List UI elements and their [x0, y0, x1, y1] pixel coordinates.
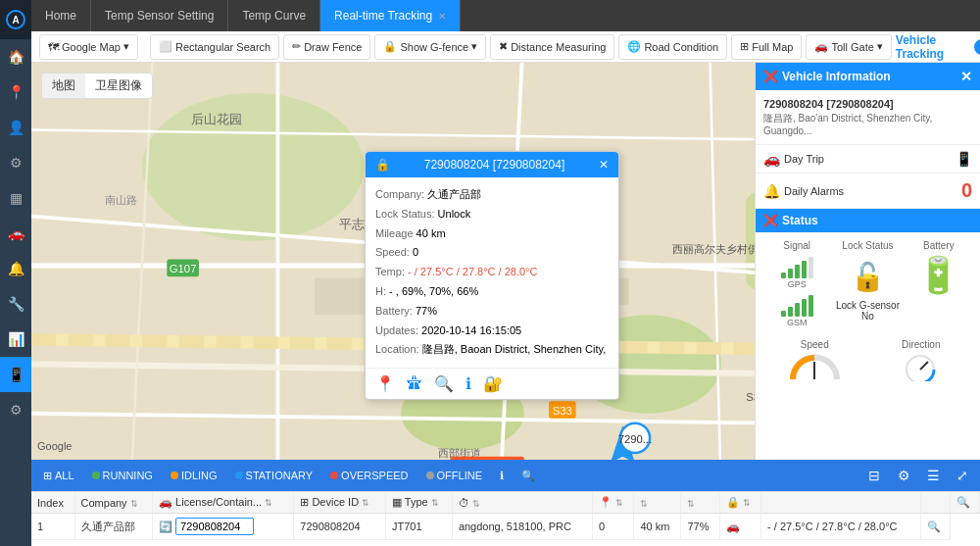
popup-lock-icon: 🔒 [375, 158, 390, 172]
popup-speed: 0 [413, 246, 418, 258]
cell-actions: 🔍 [920, 514, 950, 540]
alarm-count: 0 [961, 179, 972, 202]
expand-icon[interactable]: ⤢ [949, 462, 976, 489]
road-condition-button[interactable]: 🌐 Road Condition [618, 34, 727, 60]
sidebar-mobile-icon[interactable]: 📱 [0, 357, 31, 392]
filter-running-label: RUNNING [103, 470, 153, 481]
table-view-icon[interactable]: ⊟ [860, 462, 888, 489]
popup-close-icon[interactable]: ✕ [599, 158, 609, 172]
popup-actions: 📍 🛣 🔍 ℹ 🔐 [366, 368, 618, 399]
vehicle-info-close-icon[interactable]: ✕ [960, 69, 972, 84]
svg-rect-18 [315, 277, 364, 315]
bar-3 [795, 265, 800, 278]
gsm-bar-4 [802, 299, 807, 317]
col-battery: 🔒 ⇅ [719, 492, 761, 514]
bottom-filter-bar: ⊞ ALL RUNNING IDLING STATIONARY OVERSPEE… [31, 460, 980, 491]
draw-fence-button[interactable]: ✏ Draw Fence [283, 34, 370, 60]
google-map-button[interactable]: 🗺 Google Map ▾ [39, 34, 138, 60]
road-condition-icon: 🌐 [627, 40, 641, 53]
col-type: ▦ Type ⇅ [385, 492, 452, 514]
vehicle-info-title: Vehicle Information [782, 70, 891, 83]
sidebar-layers-icon[interactable]: ▦ [0, 180, 31, 216]
col-col7: ⇅ [634, 492, 681, 514]
overspeed-dot [330, 472, 338, 479]
show-gfence-button[interactable]: 🔒 Show G-fence ▾ [374, 34, 486, 60]
filter-overspeed-button[interactable]: OVERSPEED [322, 463, 416, 488]
distance-icon: ✖ [499, 40, 508, 53]
popup-lock-action-icon[interactable]: 🔐 [483, 374, 503, 393]
col-index: Index [31, 492, 74, 514]
lock-status-label: Lock Status: [375, 208, 435, 220]
filter-offline-label: OFFLINE [437, 470, 482, 481]
top-tabs: Home Temp Sensor Setting Temp Curve Real… [31, 0, 980, 31]
svg-text:S33: S33 [553, 405, 572, 417]
battery-icon: 🔋 [916, 255, 960, 296]
col-location: ⏱ ⇅ [452, 492, 592, 514]
filter-offline-button[interactable]: OFFLINE [418, 463, 490, 488]
col-device-id: ⊞ Device ID ⇅ [294, 492, 386, 514]
popup-route-icon[interactable]: 🛣 [407, 374, 422, 393]
cell-company: 久通产品部 [74, 514, 152, 540]
full-map-button[interactable]: ⊞ Full Map [731, 34, 802, 60]
sidebar-location-icon[interactable]: 📍 [0, 74, 31, 110]
filter-search-icon[interactable]: 🔍 [514, 463, 543, 488]
google-watermark: Google [37, 440, 72, 452]
car-trip-icon: 🚗 [763, 151, 780, 167]
filter-running-button[interactable]: RUNNING [84, 463, 161, 488]
tab-close-icon[interactable]: ✕ [438, 11, 446, 22]
tab-temp-curve[interactable]: Temp Curve [228, 0, 320, 31]
sidebar-tools-icon[interactable]: 🔧 [0, 286, 31, 322]
vehicle-address: 隆昌路, Bao'an District, Shenzhen City, Gua… [763, 112, 972, 136]
col-actions: 🔍 [950, 492, 979, 514]
settings-bottom-icon[interactable]: ⚙ [890, 462, 917, 489]
filter-info-icon[interactable]: ℹ [492, 463, 512, 488]
filter-idling-button[interactable]: IDLING [163, 463, 225, 488]
sidebar-car-icon[interactable]: 🚗 [0, 216, 31, 251]
map-view-map-button[interactable]: 地图 [42, 74, 85, 98]
sidebar-settings-icon[interactable]: ⚙ [0, 145, 31, 180]
map-view-satellite-button[interactable]: 卫星图像 [85, 74, 152, 98]
vehicle-tracking-toggle[interactable] [974, 39, 981, 55]
cell-mileage: 40 km [634, 514, 681, 540]
vehicle-id: 7290808204 [7290808204] [763, 98, 972, 110]
tab-realtime-tracking[interactable]: Real-time Tracking ✕ [320, 0, 461, 31]
signal-item: Signal GPS GSM [763, 240, 830, 327]
vehicle-popup: 🔒 7290808204 [7290808204] ✕ Company: 久通产… [365, 151, 619, 400]
sidebar-person-icon[interactable]: 👤 [0, 110, 31, 145]
license-input[interactable] [175, 518, 254, 535]
info-icon: ❌ [763, 70, 778, 83]
bar-1 [781, 273, 786, 278]
popup-search-icon[interactable]: 🔍 [434, 374, 454, 393]
sidebar-home-icon[interactable]: 🏠 [0, 39, 31, 74]
sidebar-bell-icon[interactable]: 🔔 [0, 251, 31, 286]
sidebar-chart-icon[interactable]: 📊 [0, 322, 31, 357]
signal-label: Signal [783, 240, 810, 251]
popup-track-icon[interactable]: 📍 [375, 374, 395, 393]
gsm-bar-1 [781, 311, 786, 317]
distance-measuring-button[interactable]: ✖ Distance Measuring [490, 34, 614, 60]
gsm-bar-3 [795, 303, 800, 317]
tab-home[interactable]: Home [31, 0, 91, 31]
popup-info-icon[interactable]: ℹ [466, 374, 471, 393]
bar-2 [788, 269, 793, 278]
svg-text:G107: G107 [170, 263, 197, 274]
sidebar-gear-icon[interactable]: ⚙ [0, 392, 31, 427]
car-col-icon: 🚗 [159, 496, 172, 508]
column-settings-icon[interactable]: ☰ [919, 462, 947, 489]
google-map-icon: 🗺 [48, 41, 59, 53]
tab-temp-sensor[interactable]: Temp Sensor Setting [91, 0, 228, 31]
pin-col-icon: 📍 [599, 496, 612, 508]
data-table-area: Index Company ⇅ 🚗 License/Contain... ⇅ ⊞… [31, 491, 980, 546]
filter-stationary-button[interactable]: STATIONARY [227, 463, 320, 488]
rectangular-search-label: Rectangular Search [175, 41, 270, 53]
toll-gate-button[interactable]: 🚗 Toll Gate ▾ [806, 34, 891, 60]
cell-device-id: 7290808204 [294, 514, 386, 540]
day-trip-phone-icon[interactable]: 📱 [956, 151, 972, 167]
filter-all-button[interactable]: ⊞ ALL [35, 463, 82, 488]
company-label: Company: [375, 188, 424, 200]
rectangular-search-button[interactable]: ⬜ Rectangular Search [150, 34, 279, 60]
row-action-icon[interactable]: 🔍 [927, 521, 941, 532]
car-cell-icon: 🚗 [726, 521, 740, 532]
gsm-bars [781, 293, 813, 317]
filter-all-label: ALL [55, 470, 74, 481]
